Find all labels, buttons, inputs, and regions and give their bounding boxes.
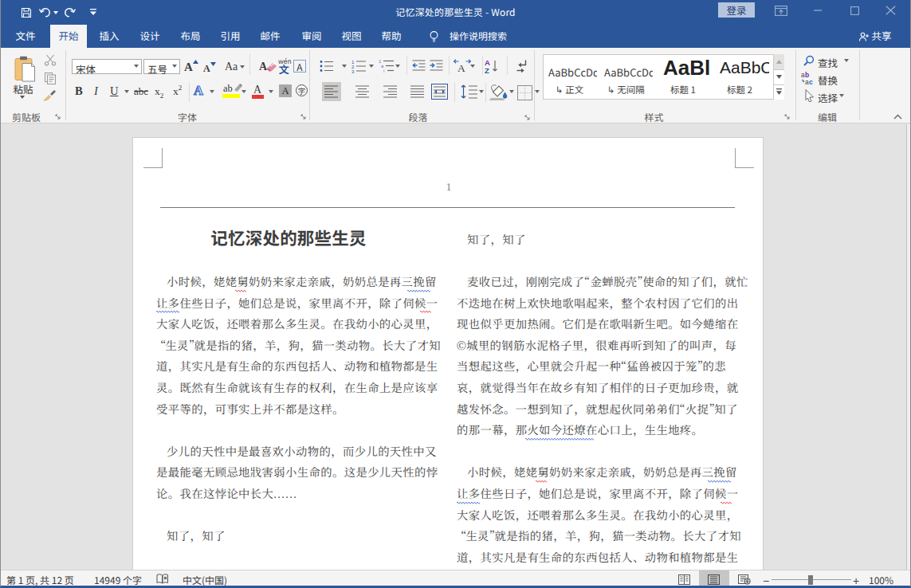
svg-text:i: i bbox=[383, 69, 384, 73]
svg-text:A: A bbox=[457, 62, 465, 74]
svg-text:Z: Z bbox=[485, 66, 489, 74]
svg-text:3: 3 bbox=[351, 69, 355, 74]
svg-text:c: c bbox=[809, 78, 813, 85]
